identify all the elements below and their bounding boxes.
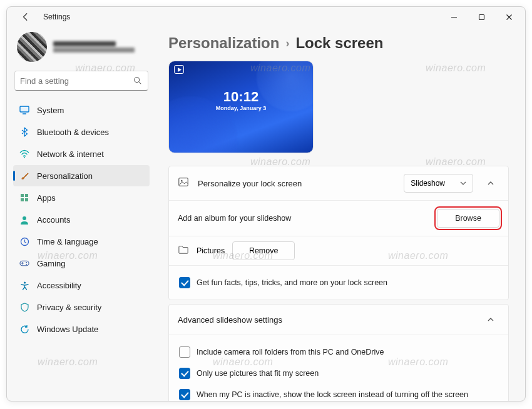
chevron-right-icon: › (285, 37, 289, 50)
sidebar-item-label: Windows Update (37, 325, 98, 334)
sidebar-item-network-internet[interactable]: Network & internet (13, 143, 150, 164)
svg-point-13 (23, 281, 25, 283)
wifi-icon (19, 149, 29, 159)
svg-rect-2 (20, 106, 29, 112)
user-info (53, 41, 135, 53)
svg-rect-5 (25, 194, 28, 197)
user-account-block[interactable] (13, 27, 150, 69)
privacy-icon (19, 302, 29, 312)
svg-rect-4 (21, 194, 24, 197)
camera-roll-checkbox[interactable] (179, 346, 190, 358)
sidebar-item-system[interactable]: System (13, 99, 150, 121)
back-button[interactable] (17, 8, 34, 26)
folder-name: Pictures (197, 246, 225, 255)
gaming-icon (19, 258, 29, 268)
apps-icon (19, 193, 29, 203)
personalize-title: Personalize your lock screen (198, 179, 395, 188)
sidebar-item-label: Apps (37, 193, 56, 203)
sidebar-item-accessibility[interactable]: Accessibility (13, 275, 150, 296)
sidebar-item-label: Gaming (37, 259, 66, 268)
search-input[interactable] (20, 76, 133, 86)
account-icon (19, 215, 29, 225)
lockscreen-type-dropdown[interactable]: Slideshow (404, 174, 473, 193)
sidebar-item-label: System (37, 106, 64, 115)
fit-screen-label: Only use pictures that fit my screen (197, 369, 319, 378)
lockscreen-preview[interactable]: 10:12 Monday, January 3 (168, 61, 314, 153)
collapse-button[interactable] (482, 179, 499, 187)
funfacts-label: Get fun facts, tips, tricks, and more on… (197, 278, 387, 287)
svg-point-1 (135, 78, 140, 83)
sidebar-item-label: Personalization (37, 171, 93, 181)
sidebar-item-label: Accessibility (37, 281, 81, 290)
browse-button[interactable]: Browse (437, 209, 499, 228)
sidebar-item-personalization[interactable]: Personalization (13, 165, 150, 186)
breadcrumb: Personalization › Lock screen (168, 34, 509, 52)
titlebar: Settings (7, 7, 525, 27)
sidebar-item-label: Accounts (37, 215, 70, 225)
camera-roll-label: Include camera roll folders from this PC… (197, 348, 384, 356)
bluetooth-icon (19, 127, 29, 137)
advanced-title: Advanced slideshow settings (178, 315, 473, 325)
sidebar-item-label: Time & language (37, 237, 98, 246)
sidebar-item-time-language[interactable]: Time & language (13, 231, 150, 252)
sidebar-item-accounts[interactable]: Accounts (13, 209, 150, 230)
svg-point-15 (181, 180, 183, 182)
svg-point-3 (24, 157, 25, 158)
system-icon (19, 105, 29, 115)
search-icon (133, 76, 143, 85)
breadcrumb-current: Lock screen (295, 34, 383, 52)
svg-rect-6 (21, 198, 24, 201)
sidebar-item-bluetooth-devices[interactable]: Bluetooth & devices (13, 121, 150, 143)
sidebar-item-label: Bluetooth & devices (37, 128, 109, 137)
sidebar-item-gaming[interactable]: Gaming (13, 253, 150, 274)
remove-button[interactable]: Remove (232, 241, 295, 260)
sidebar-item-apps[interactable]: Apps (13, 187, 150, 208)
preview-time: 10:12 (169, 89, 313, 105)
folder-icon (178, 245, 189, 257)
image-icon (178, 176, 189, 190)
chevron-down-icon (460, 180, 466, 186)
slideshow-indicator-icon (174, 65, 184, 74)
sidebar: SystemBluetooth & devicesNetwork & inter… (7, 27, 156, 401)
access-icon (19, 280, 29, 290)
funfacts-checkbox[interactable] (179, 277, 190, 288)
inactive-lockscreen-label: When my PC is inactive, show the lock sc… (197, 390, 468, 399)
minimize-button[interactable] (440, 8, 468, 26)
personalize-lockscreen-card: Personalize your lock screen Slideshow A… (168, 166, 509, 300)
fit-screen-checkbox[interactable] (179, 368, 190, 379)
collapse-button-2[interactable] (482, 316, 499, 323)
main-content: Personalization › Lock screen 10:12 Mond… (156, 27, 525, 401)
inactive-lockscreen-checkbox[interactable] (179, 389, 190, 400)
sidebar-item-label: Privacy & security (37, 303, 101, 312)
preview-date: Monday, January 3 (169, 105, 313, 111)
add-album-label: Add an album for your slideshow (178, 214, 291, 223)
update-icon (19, 324, 29, 334)
search-box[interactable] (14, 71, 148, 91)
svg-point-8 (23, 216, 26, 220)
advanced-slideshow-card: Advanced slideshow settings Include came… (168, 304, 509, 401)
svg-point-11 (26, 262, 27, 263)
svg-rect-7 (25, 198, 28, 201)
window-title: Settings (43, 13, 70, 21)
svg-rect-0 (479, 14, 484, 19)
maximize-button[interactable] (468, 8, 495, 26)
sidebar-item-windows-update[interactable]: Windows Update (13, 318, 150, 340)
sidebar-item-label: Network & internet (37, 149, 104, 159)
time-icon (19, 236, 29, 246)
advanced-header[interactable]: Advanced slideshow settings (169, 305, 508, 335)
breadcrumb-parent[interactable]: Personalization (168, 34, 279, 52)
avatar (17, 32, 47, 62)
sidebar-item-privacy-security[interactable]: Privacy & security (13, 296, 150, 318)
close-button[interactable] (495, 8, 523, 26)
svg-point-12 (26, 264, 27, 265)
brush-icon (19, 171, 29, 181)
